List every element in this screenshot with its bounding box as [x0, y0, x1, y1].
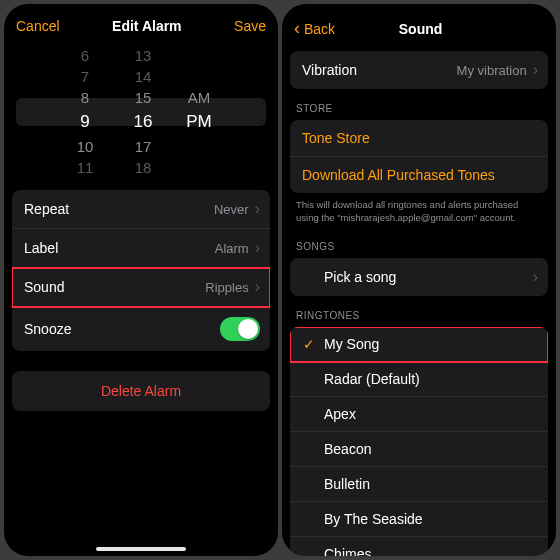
page-title: Sound: [399, 21, 443, 37]
ringtone-row[interactable]: ✓Apex: [290, 397, 548, 432]
edit-alarm-screen: Cancel Edit Alarm Save 6 7 8 9 10 11 13 …: [4, 4, 278, 556]
checkmark-icon: ✓: [300, 336, 318, 352]
sound-row[interactable]: Sound Ripples ›: [12, 268, 270, 307]
hour-selected: 9: [80, 108, 89, 136]
ringtone-label: By The Seaside: [324, 511, 538, 527]
checkmark-icon: ✓: [300, 441, 318, 457]
checkmark-icon: ✓: [300, 476, 318, 492]
vibration-row[interactable]: Vibration My vibration ›: [290, 51, 548, 89]
ringtone-row[interactable]: ✓Beacon: [290, 432, 548, 467]
content: 6 7 8 9 10 11 13 14 15 16 17 18 AM PM: [4, 46, 278, 556]
songs-group: ✓ Pick a song ›: [290, 258, 548, 296]
ringtone-label: My Song: [324, 336, 538, 352]
sound-value: Ripples: [205, 280, 248, 295]
ringtone-label: Bulletin: [324, 476, 538, 492]
chevron-left-icon: ‹: [294, 18, 300, 39]
ampm-selected: PM: [186, 108, 212, 136]
checkmark-icon: ✓: [300, 511, 318, 527]
chevron-right-icon: ›: [255, 239, 260, 257]
save-button[interactable]: Save: [234, 18, 266, 34]
store-header: STORE: [282, 89, 556, 120]
minute-selected: 16: [134, 108, 153, 136]
download-purchased-row[interactable]: Download All Purchased Tones: [290, 157, 548, 193]
repeat-row[interactable]: Repeat Never ›: [12, 190, 270, 229]
delete-alarm-button[interactable]: Delete Alarm: [12, 371, 270, 411]
chevron-right-icon: ›: [533, 61, 538, 79]
navbar: Cancel Edit Alarm Save: [4, 4, 278, 46]
chevron-right-icon: ›: [255, 278, 260, 296]
back-button[interactable]: ‹ Back: [294, 18, 335, 39]
label-value: Alarm: [215, 241, 249, 256]
content: Vibration My vibration › STORE Tone Stor…: [282, 51, 556, 556]
minute-wheel[interactable]: 13 14 15 16 17 18: [123, 46, 163, 176]
checkmark-icon: ✓: [300, 406, 318, 422]
ringtone-row[interactable]: ✓By The Seaside: [290, 502, 548, 537]
store-footnote: This will download all ringtones and ale…: [282, 193, 556, 227]
vibration-label: Vibration: [302, 62, 457, 78]
ringtone-row[interactable]: ✓Radar (Default): [290, 362, 548, 397]
label-label: Label: [24, 240, 215, 256]
cancel-button[interactable]: Cancel: [16, 18, 60, 34]
ringtone-label: Beacon: [324, 441, 538, 457]
snooze-label: Snooze: [24, 321, 220, 337]
store-group: Tone Store Download All Purchased Tones: [290, 120, 548, 193]
ringtone-row[interactable]: ✓My Song: [290, 327, 548, 362]
hour-wheel[interactable]: 6 7 8 9 10 11: [65, 46, 105, 176]
vibration-value: My vibration: [457, 63, 527, 78]
ringtones-group: ✓My Song✓Radar (Default)✓Apex✓Beacon✓Bul…: [290, 327, 548, 556]
checkmark-icon: ✓: [300, 546, 318, 556]
ringtone-label: Apex: [324, 406, 538, 422]
alarm-settings-group: Repeat Never › Label Alarm › Sound Rippl…: [12, 190, 270, 351]
time-picker[interactable]: 6 7 8 9 10 11 13 14 15 16 17 18 AM PM: [12, 46, 270, 176]
vibration-group: Vibration My vibration ›: [290, 51, 548, 89]
repeat-label: Repeat: [24, 201, 214, 217]
songs-header: SONGS: [282, 227, 556, 258]
sound-screen: ‹ Back Sound Vibration My vibration › ST…: [282, 4, 556, 556]
snooze-toggle[interactable]: [220, 317, 260, 341]
ampm-wheel[interactable]: AM PM: [181, 46, 217, 176]
navbar: ‹ Back Sound: [282, 4, 556, 51]
chevron-right-icon: ›: [255, 200, 260, 218]
checkmark-icon: ✓: [300, 371, 318, 387]
home-indicator[interactable]: [96, 547, 186, 551]
ringtone-label: Chimes: [324, 546, 538, 556]
tone-store-row[interactable]: Tone Store: [290, 120, 548, 157]
snooze-row: Snooze: [12, 307, 270, 351]
repeat-value: Never: [214, 202, 249, 217]
ringtone-row[interactable]: ✓Chimes: [290, 537, 548, 556]
label-row[interactable]: Label Alarm ›: [12, 229, 270, 268]
page-title: Edit Alarm: [112, 18, 182, 34]
ringtone-row[interactable]: ✓Bulletin: [290, 467, 548, 502]
pick-song-row[interactable]: ✓ Pick a song ›: [290, 258, 548, 296]
sound-label: Sound: [24, 279, 205, 295]
chevron-right-icon: ›: [533, 268, 538, 286]
ringtones-header: RINGTONES: [282, 296, 556, 327]
ringtone-label: Radar (Default): [324, 371, 538, 387]
